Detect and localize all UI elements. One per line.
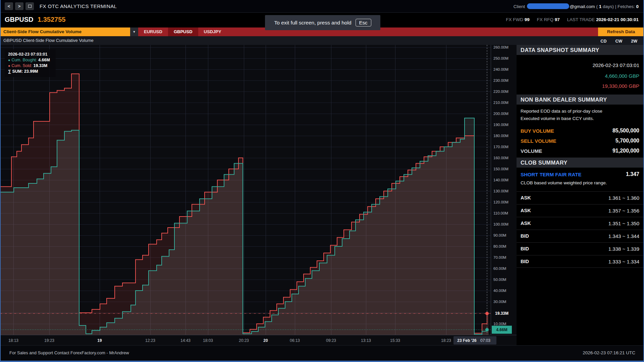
snapshot-sold-value: 19,330,000 GBP — [602, 83, 639, 89]
y-axis-label: 150.00M — [493, 167, 508, 171]
y-axis-label: 220.00M — [493, 89, 508, 94]
bought-current-dot — [485, 328, 489, 331]
y-axis-label: 70.00M — [493, 255, 506, 259]
clob-row-range: 1.351 ~ 1.350 — [608, 221, 639, 226]
x-axis-label-cur: 07:03 — [480, 338, 490, 343]
chevron-down-icon[interactable]: ▼ — [130, 27, 138, 36]
chart-title: GBPUSD Client-Side Flow Cumulative Volum… — [3, 38, 94, 43]
y-axis-label: 260.00M — [493, 45, 508, 49]
series-area-cum-bought — [0, 118, 489, 335]
fx-fwd-value: 99 — [525, 17, 530, 22]
title-bar: < > FX OTC ANALYTICS TERMINAL Client@gma… — [0, 0, 644, 13]
dealer-header: NON BANK DEALER SUMMARY — [517, 95, 644, 105]
clob-row-ask-0: ASK1.361 ~ 1.360 — [517, 191, 644, 204]
clob-row-side: BID — [521, 233, 529, 239]
y-axis-label: 240.00M — [493, 67, 508, 71]
tooltip-sold-label: Cum. Sold: — [11, 63, 32, 68]
clob-row-range: 1.333 ~ 1.334 — [608, 259, 639, 264]
clob-row-bid-3: BID1.343 ~ 1.344 — [517, 230, 644, 242]
x-axis-label-time: 18:03 — [203, 338, 213, 343]
dealer-row-value: 85,500,000 — [612, 128, 639, 134]
flow-select[interactable]: Client-Side Flow Cumulative Volume — [0, 27, 130, 36]
x-axis-label-day: 19 — [97, 338, 102, 343]
client-days-value: 1 — [599, 4, 602, 9]
x-axis-label-time: 14:43 — [180, 338, 191, 343]
clob-row-side: ASK — [521, 221, 531, 226]
clob-row-side: ASK — [521, 208, 531, 213]
tab-usdjpy[interactable]: USDJPY — [198, 27, 227, 36]
chart-canvas[interactable]: 10.00M20.00M30.00M40.00M50.00M60.00M70.0… — [0, 45, 517, 345]
tooltip-sold-row: ● Cum. Sold: 19.33M — [8, 63, 52, 69]
status-bar: For Sales and Support Contact ForexFacto… — [0, 345, 644, 361]
client-days-paren: ( — [596, 4, 598, 9]
x-axis-label-time: 15:33 — [390, 338, 400, 343]
dealer-row-sell-volume: SELL VOLUME5,700,000 — [517, 137, 644, 146]
summary-panel: DATA SNAPSHOT SUMMARY 2026-02-23 07:03:0… — [517, 45, 644, 345]
dealer-row-label: VOLUME — [521, 148, 542, 154]
tooltip-date: 2026-02-23 07:03:01 — [8, 52, 52, 57]
tooltip-bought-value: 4.66M — [38, 58, 50, 62]
range-button-cd[interactable]: CD — [600, 39, 606, 44]
tab-eurusd[interactable]: EURUSD — [138, 27, 168, 36]
nav-forward-button[interactable]: > — [15, 2, 23, 10]
clob-row-side: BID — [521, 259, 529, 264]
sold-dot-icon: ● — [8, 64, 10, 68]
clob-row-ask-2: ASK1.351 ~ 1.350 — [517, 217, 644, 230]
support-contact-text: For Sales and Support Contact ForexFacto… — [9, 350, 129, 355]
fx-rfq-value: 97 — [555, 17, 560, 22]
maximize-icon — [28, 5, 32, 8]
y-axis-label: 30.00M — [493, 300, 506, 304]
tooltip-bought-row: ● Cum. Bought: 4.66M — [8, 57, 52, 63]
clob-row-range: 1.338 ~ 1.339 — [608, 246, 639, 252]
clob-row-side: BID — [521, 246, 529, 251]
fair-rate-label: SHORT TERM FAIR RATE — [521, 172, 581, 177]
x-axis-label-time: 20:23 — [239, 338, 249, 343]
x-axis-label-time: 06:13 — [290, 338, 300, 343]
nav-back-button[interactable]: < — [5, 2, 13, 10]
maximize-button[interactable] — [25, 2, 34, 10]
client-info: Client@gmail.com ( 1 days) | Fetches: 0 — [514, 3, 639, 9]
window-edge-bottom — [0, 361, 644, 362]
tooltip-sum-label: ∑ SUM: — [8, 69, 23, 74]
y-axis-label: 40.00M — [493, 289, 506, 293]
fetches-value: 0 — [636, 4, 639, 9]
x-axis-label-time: 18:13 — [8, 338, 18, 343]
y-axis-label: 80.00M — [493, 244, 506, 248]
y-axis-label: 210.00M — [493, 101, 508, 105]
dealer-desc-1: Reported EOD data as of prior-day close — [521, 109, 602, 114]
y-axis-label: 130.00M — [493, 189, 508, 193]
tab-gbpusd[interactable]: GBPUSD — [168, 27, 198, 36]
client-email-domain: @gmail.com — [570, 4, 595, 9]
y-axis-label: 180.00M — [493, 134, 508, 138]
sold-current-dot — [485, 312, 489, 315]
clob-row-range: 1.361 ~ 1.360 — [608, 195, 639, 201]
y-axis-label: 250.00M — [493, 56, 508, 60]
price-bar-stats: FX FWD 99 FX RFQ 97 LAST TRADE 2026-02-2… — [506, 17, 639, 22]
y-axis-label: 200.00M — [493, 112, 508, 116]
price-value: 1.352755 — [38, 16, 65, 23]
dealer-row-volume: VOLUME91,200,000 — [517, 147, 644, 156]
last-trade-value: 2026-02-21 00:30:01 — [596, 17, 639, 22]
y-axis-label: 90.00M — [493, 233, 506, 237]
app-title: FX OTC ANALYTICS TERMINAL — [40, 3, 117, 9]
refresh-data-button[interactable]: Refresh Data — [598, 27, 644, 36]
clob-desc: CLOB based volume weighted price range. — [521, 180, 607, 185]
range-button-group: CDCW2W — [592, 38, 637, 44]
utc-clock: 2026-02-23 07:16:21 UTC — [583, 350, 635, 355]
clob-row-bid-5: BID1.333 ~ 1.334 — [517, 255, 644, 268]
client-label: Client — [514, 4, 525, 9]
x-axis-label-time: 13:13 — [361, 338, 371, 343]
y-axis-label: 100.00M — [493, 222, 508, 226]
y-axis-label: 50.00M — [493, 278, 506, 282]
range-button-cw[interactable]: CW — [615, 39, 622, 44]
clob-row-bid-4: BID1.338 ~ 1.339 — [517, 242, 644, 255]
y-axis-label: 190.00M — [493, 123, 508, 127]
x-axis-label-time: 09:23 — [326, 338, 336, 343]
fx-fwd-label: FX FWD — [506, 17, 523, 22]
range-button-2w[interactable]: 2W — [631, 39, 637, 44]
snapshot-header: DATA SNAPSHOT SUMMARY — [517, 45, 644, 55]
y-axis-label: 160.00M — [493, 156, 508, 160]
bought-value-badge-text: 4.66M — [496, 327, 507, 332]
y-axis-label: 170.00M — [493, 145, 508, 149]
snapshot-bought-value: 4,660,000 GBP — [605, 73, 639, 79]
